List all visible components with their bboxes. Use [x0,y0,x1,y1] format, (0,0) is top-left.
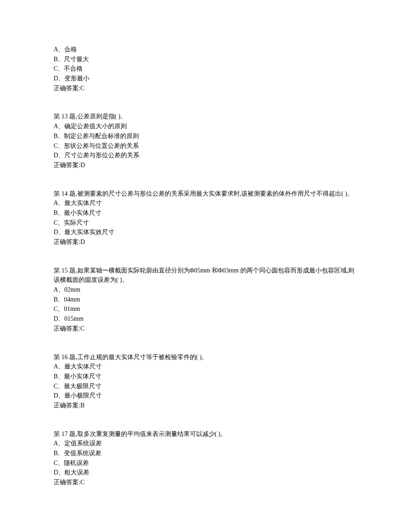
text-line: B、变值系统误差 [54,448,357,458]
text-line: 第 17 题,取多次重复测量的平均值来表示测量结果可以减少( )。 [54,429,357,439]
text-line: B、尺寸最大 [54,54,357,64]
text-line: B、04mm [54,295,357,305]
question-block: 第 17 题,取多次重复测量的平均值来表示测量结果可以减少( )。A、定值系统误… [54,429,357,487]
text-line: D、尺寸公差与形位公差的关系 [54,151,357,160]
text-line: B、最小实体尺寸 [54,372,357,381]
text-line: 第 13 题,公差原则是指( )。 [54,112,357,121]
text-line: 正确答案:C [54,324,357,334]
question-block: 第 14 题,被测要素的尺寸公差与形位公差的关系采用最大实体要求时,该被测要素的… [54,189,357,247]
text-line: 正确答案:D [54,237,357,247]
question-block: A、合格B、尺寸最大C、不合格D、变形最小正确答案:C [54,45,357,93]
text-line: 第 14 题,被测要素的尺寸公差与形位公差的关系采用最大实体要求时,该被测要素的… [54,189,357,199]
text-line: C、形状公差与位置公差的关系 [54,141,357,151]
text-line: D、最大实体实效尺寸 [54,227,357,237]
text-line: 正确答案:D [54,160,357,170]
text-line: D、变形最小 [54,74,357,84]
text-line: 正确答案:B [54,401,357,411]
text-line: C、最大极限尺寸 [54,381,357,391]
text-line: 第 16 题,工作止规的最大实体尺寸等于被检验零件的( )。 [54,352,357,362]
text-line: C、01mm [54,304,357,314]
text-line: C、实际尺寸 [54,218,357,228]
text-line: 第 15 题,如果某轴一横截面实际轮廓由直径分别为Φ05mm 和Φ03mm 的两… [54,266,357,285]
text-line: 正确答案:C [54,84,357,93]
text-line: D、015mm [54,314,357,324]
text-line: 正确答案:C [54,478,357,487]
text-line: A、合格 [54,45,357,54]
text-line: B、最小实体尺寸 [54,208,357,218]
text-line: C、不合格 [54,64,357,74]
question-block: 第 15 题,如果某轴一横截面实际轮廓由直径分别为Φ05mm 和Φ03mm 的两… [54,266,357,334]
text-line: A、02mm [54,285,357,295]
text-line: A、定值系统误差 [54,439,357,448]
question-block: 第 13 题,公差原则是指( )。A、确定公差值大小的原则B、制定公差与配合标准… [54,112,357,170]
question-block: 第 16 题,工作止规的最大实体尺寸等于被检验零件的( )。A、最大实体尺寸B、… [54,352,357,411]
text-line: A、最大实体尺寸 [54,198,357,208]
document-content: A、合格B、尺寸最大C、不合格D、变形最小正确答案:C第 13 题,公差原则是指… [54,45,357,487]
text-line: A、最大实体尺寸 [54,362,357,372]
text-line: C、随机误差 [54,458,357,468]
text-line: D、最小极限尺寸 [54,391,357,401]
text-line: A、确定公差值大小的原则 [54,121,357,131]
text-line: B、制定公差与配合标准的原则 [54,131,357,141]
text-line: D、粗大误差 [54,468,357,478]
